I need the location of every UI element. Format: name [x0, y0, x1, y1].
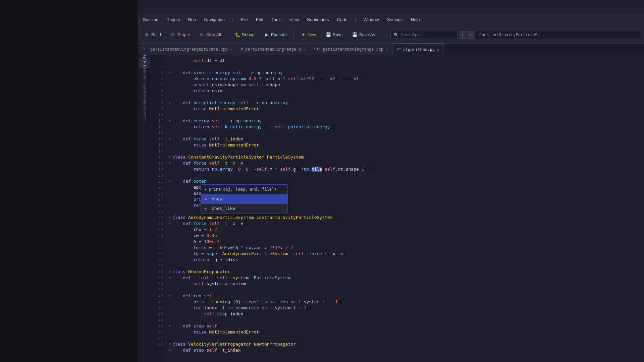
tab-persistentmovingrangeprivate[interactable]: C++ persistentmovingrangeprivate.cpp ×: [138, 44, 237, 55]
menu-edit[interactable]: Edit: [255, 16, 265, 23]
code-line: [167, 172, 644, 178]
code-line: for index, t in enumerate(self.system.t[…: [167, 305, 644, 311]
left-background: [0, 0, 138, 362]
tab-close-4[interactable]: ×: [437, 47, 439, 52]
code-line: ▼ def force(self, t, x, v):: [167, 221, 644, 227]
menu-settings[interactable]: Settings: [386, 16, 404, 23]
stop-button[interactable]: ⊘ Stop ▾: [166, 30, 194, 40]
nav-forward-button[interactable]: ›: [467, 31, 474, 39]
code-line: raise NotImplementedError(): [167, 142, 644, 148]
code-line: A = 100e-4: [167, 239, 644, 245]
tab-icon-cpp2: C++: [314, 47, 321, 51]
menu-window[interactable]: Window: [362, 16, 380, 23]
code-line: ▼ def force(self, t_index):: [167, 136, 644, 142]
code-line: [167, 94, 644, 100]
code-line: print("running {0} steps".format(len(sel…: [167, 299, 644, 305]
code-line: ▼ class VelocityVerletPropagator(NewtonP…: [167, 341, 644, 347]
code-line: ▼ def energy(self) -> np.ndarray:: [167, 118, 644, 124]
code-line: [167, 148, 644, 154]
code-line: return np.array([0, 0, -self.m * self.g]…: [167, 166, 644, 172]
more-arrow[interactable]: ›: [385, 32, 387, 38]
menu-help[interactable]: Help: [410, 16, 421, 23]
tab-label-1: persistentmovingrangeprivate.cpp: [150, 47, 228, 52]
menu-project[interactable]: Project: [165, 16, 181, 23]
code-line: self.dt = dt: [167, 58, 644, 64]
menu-file[interactable]: File: [239, 16, 249, 23]
code-line: raise NotImplementedError(): [167, 106, 644, 112]
tab-bar: C++ persistentmovingrangeprivate.cpp × H…: [138, 44, 644, 55]
ac-icon-ones: ★: [204, 196, 209, 202]
ac-item-ones[interactable]: ★ ones: [201, 194, 287, 204]
ac-trigger-icon: ✦: [204, 186, 207, 192]
ac-header: ✦ print(obj, [sep, end, file]): [201, 185, 287, 194]
menu-navigation[interactable]: Navigation: [203, 16, 226, 23]
menu-code[interactable]: Code: [336, 16, 349, 23]
code-line: [167, 64, 644, 70]
menu-tools[interactable]: Tools: [270, 16, 283, 23]
code-text-area[interactable]: self.dt = dt ▼ def kinetic_energy(self) …: [164, 55, 644, 362]
menu-view[interactable]: View: [288, 16, 301, 23]
code-line: fdiss = -rho*cw*A * np.abs(v)**3*v / 2: [167, 245, 644, 251]
tab-label-2: persistentmovingrange.h: [245, 47, 301, 52]
line-numbers: 12345 678910 1112131415 1617181920 21222…: [151, 55, 164, 362]
build-icon: ⚙: [144, 32, 150, 38]
tab-icon-py: PY: [397, 47, 401, 52]
code-line: return fg + fdiss: [167, 257, 644, 263]
code-line: ekin = np.sum(np.sum(0.5 * self.m * self…: [167, 76, 644, 82]
new-icon: ✦: [301, 32, 306, 38]
code-line: return self.kinetic_energy() + self.pote…: [167, 124, 644, 130]
tab-close-3[interactable]: ×: [385, 47, 388, 52]
code-editor[interactable]: 12345 678910 1112131415 1617181920 21222…: [151, 55, 644, 362]
tab-icon-h: H: [241, 47, 244, 51]
code-line: ▼ def __init__(self, system: ParticleSys…: [167, 275, 644, 281]
toolbar: ⚙ Build ⊘ Stop ▾ ⊘ Stop All 🐛 Debug ▶ Ex…: [138, 26, 644, 44]
menu-run[interactable]: Run: [187, 16, 198, 23]
code-line: fg = super(AerodynamicParticleSystem, se…: [167, 251, 644, 257]
toolbar-sep1: [228, 30, 228, 40]
save-icon: 💾: [326, 32, 331, 38]
menu-session[interactable]: Session: [142, 16, 160, 23]
debug-button[interactable]: 🐛 Debug: [231, 30, 259, 40]
code-line: ▼ def potential_energy(self) -> np.ndarr…: [167, 100, 644, 106]
code-line: ▼ def force(self, t, x, v):: [167, 160, 644, 166]
code-line: ▼ def run(self):: [167, 293, 644, 299]
execute-button[interactable]: ▶ Execute: [260, 30, 291, 40]
stop-all-button[interactable]: ⊘ Stop All: [195, 30, 225, 40]
code-line: ▼ def kinetic_energy(self) -> np.ndarray…: [167, 70, 644, 76]
code-line: [167, 287, 644, 293]
tab-algorithms-py[interactable]: PY algorithms.py ×: [393, 44, 444, 55]
save-as-button[interactable]: 💾 Save As: [348, 30, 379, 40]
autocomplete-popup[interactable]: ✦ print(obj, [sep, end, file]) ★ ones ★ …: [201, 184, 288, 214]
ac-item-ones-like[interactable]: ★ ones_like: [201, 204, 287, 213]
search-icon: 🔍: [393, 33, 398, 37]
code-line: [167, 317, 644, 323]
menu-sep2: |: [354, 17, 357, 22]
code-line: ▼ class ConstantGravityParticleSystem(Pa…: [167, 154, 644, 160]
tab-persistentmovingrangecpp[interactable]: C++ persistentmovingrange.cpp ×: [310, 44, 393, 55]
tab-label-4: algorithms.py: [403, 47, 435, 52]
code-line: self.step(index): [167, 311, 644, 317]
tab-close-1[interactable]: ×: [230, 47, 232, 52]
build-button[interactable]: ⚙ Build: [140, 30, 165, 40]
code-line: assert ekin.shape == self.t.shape: [167, 82, 644, 88]
debug-icon: 🐛: [235, 32, 240, 38]
code-line: self.system = system: [167, 281, 644, 287]
tab-persistentmovingrangeh[interactable]: H persistentmovingrange.h ×: [237, 44, 310, 55]
ac-trigger-text: print(obj, [sep, end, file]): [209, 186, 276, 192]
stop-icon: ⊘: [170, 32, 176, 38]
ide-container: Session Project Run Navigation | File Ed…: [138, 13, 644, 362]
nav-back-button[interactable]: ‹: [459, 31, 466, 39]
menu-bar: Session Project Run Navigation | File Ed…: [138, 13, 644, 26]
menu-bookmarks[interactable]: Bookmarks: [306, 16, 330, 23]
code-line: [167, 112, 644, 118]
new-button[interactable]: ✦ New: [297, 30, 320, 40]
sidebar-item-classes[interactable]: Classes: [139, 90, 150, 101]
ac-icon-ones-like: ★: [204, 205, 209, 212]
main-content: Projects Documents Classes Filesystem 12…: [138, 55, 644, 362]
save-button[interactable]: 💾 Save: [322, 30, 347, 40]
sidebar-item-documents[interactable]: Documents: [139, 74, 150, 84]
tab-close-2[interactable]: ×: [303, 47, 306, 52]
sidebar-item-projects[interactable]: Projects: [139, 58, 150, 68]
sidebar-item-filesystem[interactable]: Filesystem: [139, 106, 150, 117]
quick-open-input[interactable]: [400, 33, 454, 37]
